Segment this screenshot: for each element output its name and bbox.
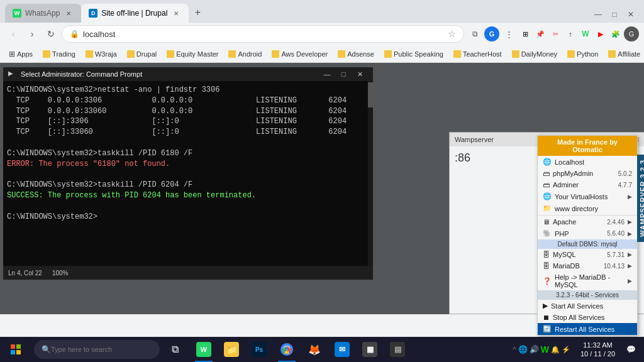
wamp-help-mariadb[interactable]: ❓ Help -> MariaDB - MySQL ▶ xyxy=(538,272,637,290)
wamp-menu-header: Made in France by Otomatic xyxy=(538,136,637,156)
systray-chevron[interactable]: ^ xyxy=(513,346,516,353)
bookmark-equity[interactable]: Equity Master xyxy=(163,49,222,59)
search-icon: 🔍 xyxy=(42,345,51,354)
wamp-virtualhosts[interactable]: 🌐 Your VirtualHosts ▶ xyxy=(538,190,637,202)
wamp-tray-icon[interactable]: W xyxy=(541,344,549,354)
taskbar-whatsapp[interactable]: W xyxy=(190,337,218,362)
taskbar-mail[interactable]: ✉ xyxy=(328,337,356,362)
folder-icon xyxy=(228,50,236,58)
wamp-restart-all[interactable]: 🔄 Restart All Services xyxy=(538,323,637,335)
cmd-scrollbar[interactable] xyxy=(368,81,373,266)
svg-rect-1 xyxy=(16,344,21,349)
tab-whatsapp-close[interactable]: ✕ xyxy=(64,8,74,18)
bookmark-adsense[interactable]: Adsense xyxy=(334,49,378,59)
cmd-line-5 xyxy=(7,138,369,148)
wamp-adminer[interactable]: 🗃 Adminer 4.7.7 xyxy=(538,179,637,190)
cmd-body: C:\WINDOWS\system32>netstat -ano | finds… xyxy=(3,81,373,280)
mail-icon: ✉ xyxy=(335,342,350,357)
taskbar-app7[interactable]: ▤ xyxy=(384,337,411,362)
minimize-button[interactable]: — xyxy=(590,6,606,23)
wamp-start-all[interactable]: ▶ Start All Services xyxy=(538,300,637,312)
taskbar-chrome[interactable] xyxy=(273,337,301,362)
taskbar-app6[interactable]: ▦ xyxy=(356,337,384,362)
address-bar[interactable]: 🔒 localhost ☆ xyxy=(62,25,464,43)
wamp-apache[interactable]: 🖥 Apache 2.4.46 ▶ xyxy=(538,216,637,228)
bookmark-dailymoney[interactable]: DailyMoney xyxy=(508,49,561,59)
folder-icon xyxy=(43,50,50,58)
bookmark-android[interactable]: Android xyxy=(225,49,265,59)
screenshot-icon[interactable]: ✂ xyxy=(548,27,562,41)
svg-rect-0 xyxy=(11,344,15,349)
folder-icon xyxy=(608,50,616,58)
cmd-scrollbar-thumb[interactable] xyxy=(368,82,373,107)
clock[interactable]: 11:32 AM 10 / 11 / 20 xyxy=(575,341,620,359)
cmd-position: Ln 4, Col 22 xyxy=(8,270,42,277)
wamp-phpmyadmin[interactable]: 🗃 phpMyAdmin 5.0.2 xyxy=(538,168,637,179)
cmd-line-12: C:\WINDOWS\system32> xyxy=(7,212,369,222)
app6-icon: ▦ xyxy=(362,342,377,357)
taskbar-photoshop[interactable]: Ps xyxy=(245,337,273,362)
bookmark-w3raja[interactable]: W3raja xyxy=(82,49,121,59)
tab-whatsapp-title: WhatsApp xyxy=(25,9,60,18)
stop-icon: ⏹ xyxy=(543,314,550,321)
folder-icon xyxy=(512,50,519,58)
reload-button[interactable]: ↻ xyxy=(43,26,59,42)
user-avatar[interactable]: G xyxy=(624,26,639,41)
wamp-mariadb[interactable]: 🗄 MariaDB 10.4.13 ▶ xyxy=(538,260,637,272)
cmd-line-2: TCP 0.0.0.0:33060 0.0.0.0:0 LISTENING 62… xyxy=(7,106,369,117)
bookmark-apps[interactable]: ⊞ Apps xyxy=(5,48,36,60)
taskbar-firefox[interactable]: 🦊 xyxy=(301,337,328,362)
pwa-icon[interactable]: ⊞ xyxy=(518,27,532,41)
wamp-www[interactable]: 📁 www directory xyxy=(538,202,637,214)
mariadb-icon: 🗄 xyxy=(543,262,550,270)
wamp-mysql[interactable]: 🗄 MySQL 5.7.31 ▶ xyxy=(538,249,637,260)
whatsapp-favicon: W xyxy=(13,9,21,18)
new-tab-button[interactable]: + xyxy=(189,4,206,21)
wamp-localhost[interactable]: 🌐 Localhost xyxy=(538,156,637,168)
cmd-zoom: 100% xyxy=(52,270,69,277)
cmd-minimize-button[interactable]: — xyxy=(319,67,335,81)
time-display: 11:32 AM xyxy=(580,341,615,349)
tab-drupal-close[interactable]: ✕ xyxy=(171,8,181,18)
bookmark-aws[interactable]: Aws Developer xyxy=(268,49,331,59)
bookmark-drupal[interactable]: Drupal xyxy=(123,49,160,59)
bookmark-python[interactable]: Python xyxy=(564,49,602,59)
extensions-icon[interactable]: ⧉ xyxy=(467,26,483,42)
start-button[interactable] xyxy=(0,337,31,362)
close-button[interactable]: ✕ xyxy=(623,6,639,23)
bookmark-affiliate[interactable]: Affiliate xyxy=(604,49,644,59)
taskbar-apps: W 📁 Ps 🦊 ✉ xyxy=(190,337,411,362)
cmd-maximize-button[interactable]: □ xyxy=(335,67,352,81)
wamp-php[interactable]: 🐘 PHP 5.6.40 ▶ xyxy=(538,228,637,239)
maximize-button[interactable]: □ xyxy=(606,6,623,23)
systray-icon1[interactable]: 🔔 xyxy=(551,346,560,354)
bookmark-teacherhost[interactable]: TeacherHost xyxy=(450,49,506,59)
date-display: 10 / 11 / 20 xyxy=(580,349,615,358)
share-icon[interactable]: ↑ xyxy=(564,27,577,41)
profile-icon[interactable]: G xyxy=(484,26,499,41)
bookmark-public-speaking[interactable]: Public Speaking xyxy=(380,49,447,59)
tab-drupal[interactable]: D Site off-line | Drupal ✕ xyxy=(81,4,189,23)
whatsapp-ext-icon[interactable]: W xyxy=(579,27,592,41)
menu-icon[interactable]: ⋮ xyxy=(501,26,517,42)
taskbar: 🔍 ⧉ W 📁 Ps xyxy=(0,337,644,362)
back-button[interactable]: ‹ xyxy=(5,26,21,42)
search-input[interactable] xyxy=(51,346,139,353)
pin-icon[interactable]: 📌 xyxy=(533,27,547,41)
notifications-button[interactable]: 💬 xyxy=(623,337,639,362)
systray-icon2[interactable]: ⚡ xyxy=(562,346,570,354)
bookmark-trading[interactable]: Trading xyxy=(39,49,79,59)
cmd-close-button[interactable]: ✕ xyxy=(352,67,368,81)
systray-volume-icon[interactable]: 🔊 xyxy=(530,345,539,354)
youtube-icon[interactable]: ▶ xyxy=(594,27,608,41)
taskbar-file-explorer[interactable]: 📁 xyxy=(218,337,245,362)
star-icon[interactable]: ☆ xyxy=(448,29,456,39)
systray-network-icon[interactable]: 🌐 xyxy=(518,345,528,354)
tab-whatsapp[interactable]: W WhatsApp ✕ xyxy=(5,4,81,23)
task-view-button[interactable]: ⧉ xyxy=(162,337,187,362)
puzzle-icon[interactable]: 🧩 xyxy=(609,27,623,41)
search-bar[interactable]: 🔍 xyxy=(34,340,160,359)
cmd-line-4: TCP [::]:33060 [::]:0 LISTENING 6204 xyxy=(7,127,369,138)
forward-button[interactable]: › xyxy=(24,26,40,42)
wamp-stop-all[interactable]: ⏹ Stop All Services xyxy=(538,312,637,323)
